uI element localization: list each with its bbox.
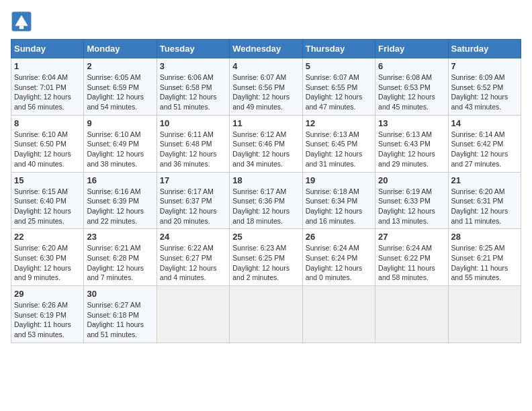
calendar-cell: 3Sunrise: 6:06 AM Sunset: 6:58 PM Daylig… [157, 58, 229, 116]
calendar-cell: 8Sunrise: 6:10 AM Sunset: 6:50 PM Daylig… [11, 115, 84, 172]
calendar-cell: 5Sunrise: 6:07 AM Sunset: 6:55 PM Daylig… [302, 58, 375, 116]
calendar-cell: 10Sunrise: 6:11 AM Sunset: 6:48 PM Dayli… [157, 115, 229, 172]
day-number: 25 [232, 232, 299, 242]
day-info: Sunrise: 6:04 AM Sunset: 7:01 PM Dayligh… [14, 73, 81, 112]
day-info: Sunrise: 6:08 AM Sunset: 6:53 PM Dayligh… [378, 73, 445, 112]
calendar-cell: 15Sunrise: 6:15 AM Sunset: 6:40 PM Dayli… [11, 172, 84, 229]
day-number: 24 [160, 232, 226, 242]
logo [11, 11, 35, 32]
calendar-cell: 25Sunrise: 6:23 AM Sunset: 6:25 PM Dayli… [230, 229, 302, 286]
calendar-cell: 7Sunrise: 6:09 AM Sunset: 6:52 PM Daylig… [448, 58, 521, 116]
calendar-cell: 23Sunrise: 6:21 AM Sunset: 6:28 PM Dayli… [84, 229, 157, 286]
weekday-header: Monday [84, 40, 157, 58]
calendar-cell: 9Sunrise: 6:10 AM Sunset: 6:49 PM Daylig… [84, 115, 157, 172]
day-info: Sunrise: 6:07 AM Sunset: 6:55 PM Dayligh… [306, 73, 372, 112]
calendar-cell: 28Sunrise: 6:25 AM Sunset: 6:21 PM Dayli… [448, 229, 521, 286]
day-number: 19 [306, 175, 372, 185]
weekday-header: Sunday [11, 40, 84, 58]
calendar-cell: 1Sunrise: 6:04 AM Sunset: 7:01 PM Daylig… [11, 58, 84, 116]
day-number: 27 [378, 232, 445, 242]
day-info: Sunrise: 6:19 AM Sunset: 6:33 PM Dayligh… [378, 187, 445, 226]
calendar-cell: 2Sunrise: 6:05 AM Sunset: 6:59 PM Daylig… [84, 58, 157, 116]
day-number: 11 [232, 118, 299, 128]
calendar-cell: 20Sunrise: 6:19 AM Sunset: 6:33 PM Dayli… [375, 172, 448, 229]
day-info: Sunrise: 6:13 AM Sunset: 6:43 PM Dayligh… [378, 130, 445, 169]
day-info: Sunrise: 6:22 AM Sunset: 6:27 PM Dayligh… [160, 243, 226, 283]
day-number: 30 [87, 289, 153, 299]
calendar-cell: 21Sunrise: 6:20 AM Sunset: 6:31 PM Dayli… [448, 172, 521, 229]
calendar-cell: 14Sunrise: 6:14 AM Sunset: 6:42 PM Dayli… [448, 115, 521, 172]
day-info: Sunrise: 6:27 AM Sunset: 6:18 PM Dayligh… [87, 300, 153, 340]
day-number: 7 [451, 61, 518, 71]
day-info: Sunrise: 6:11 AM Sunset: 6:48 PM Dayligh… [160, 130, 226, 169]
day-number: 4 [232, 61, 299, 71]
day-info: Sunrise: 6:25 AM Sunset: 6:21 PM Dayligh… [451, 243, 518, 283]
day-number: 21 [451, 175, 518, 185]
calendar-cell: 17Sunrise: 6:17 AM Sunset: 6:37 PM Dayli… [157, 172, 229, 229]
calendar-cell: 29Sunrise: 6:26 AM Sunset: 6:19 PM Dayli… [11, 286, 84, 343]
day-info: Sunrise: 6:05 AM Sunset: 6:59 PM Dayligh… [87, 73, 153, 112]
day-info: Sunrise: 6:10 AM Sunset: 6:50 PM Dayligh… [14, 130, 81, 169]
day-info: Sunrise: 6:26 AM Sunset: 6:19 PM Dayligh… [14, 300, 81, 340]
svg-rect-2 [19, 26, 24, 29]
calendar-cell [302, 286, 375, 343]
day-info: Sunrise: 6:24 AM Sunset: 6:24 PM Dayligh… [306, 243, 372, 283]
day-info: Sunrise: 6:06 AM Sunset: 6:58 PM Dayligh… [160, 73, 226, 112]
day-info: Sunrise: 6:12 AM Sunset: 6:46 PM Dayligh… [232, 130, 299, 169]
day-info: Sunrise: 6:20 AM Sunset: 6:30 PM Dayligh… [14, 243, 81, 283]
calendar-cell: 16Sunrise: 6:16 AM Sunset: 6:39 PM Dayli… [84, 172, 157, 229]
weekday-header: Thursday [302, 40, 375, 58]
calendar-cell [375, 286, 448, 343]
day-number: 16 [87, 175, 153, 185]
day-number: 22 [14, 232, 81, 242]
day-info: Sunrise: 6:09 AM Sunset: 6:52 PM Dayligh… [451, 73, 518, 112]
calendar-table: SundayMondayTuesdayWednesdayThursdayFrid… [11, 39, 521, 343]
page-header [11, 11, 521, 32]
calendar-cell: 12Sunrise: 6:13 AM Sunset: 6:45 PM Dayli… [302, 115, 375, 172]
logo-icon [11, 11, 32, 32]
calendar-cell [448, 286, 521, 343]
weekday-header: Tuesday [157, 40, 229, 58]
weekday-header: Friday [375, 40, 448, 58]
day-info: Sunrise: 6:13 AM Sunset: 6:45 PM Dayligh… [306, 130, 372, 169]
calendar-cell: 19Sunrise: 6:18 AM Sunset: 6:34 PM Dayli… [302, 172, 375, 229]
day-number: 12 [306, 118, 372, 128]
calendar-cell: 26Sunrise: 6:24 AM Sunset: 6:24 PM Dayli… [302, 229, 375, 286]
calendar-cell: 11Sunrise: 6:12 AM Sunset: 6:46 PM Dayli… [230, 115, 302, 172]
day-number: 26 [306, 232, 372, 242]
day-number: 10 [160, 118, 226, 128]
day-number: 29 [14, 289, 81, 299]
day-info: Sunrise: 6:07 AM Sunset: 6:56 PM Dayligh… [232, 73, 299, 112]
day-number: 9 [87, 118, 153, 128]
day-info: Sunrise: 6:10 AM Sunset: 6:49 PM Dayligh… [87, 130, 153, 169]
weekday-header: Saturday [448, 40, 521, 58]
calendar-cell: 4Sunrise: 6:07 AM Sunset: 6:56 PM Daylig… [230, 58, 302, 116]
weekday-header: Wednesday [230, 40, 302, 58]
day-number: 5 [306, 61, 372, 71]
day-number: 8 [14, 118, 81, 128]
day-info: Sunrise: 6:14 AM Sunset: 6:42 PM Dayligh… [451, 130, 518, 169]
day-info: Sunrise: 6:16 AM Sunset: 6:39 PM Dayligh… [87, 187, 153, 226]
day-number: 15 [14, 175, 81, 185]
day-number: 28 [451, 232, 518, 242]
calendar-cell: 22Sunrise: 6:20 AM Sunset: 6:30 PM Dayli… [11, 229, 84, 286]
calendar-cell [230, 286, 302, 343]
day-number: 1 [14, 61, 81, 71]
day-info: Sunrise: 6:17 AM Sunset: 6:37 PM Dayligh… [160, 187, 226, 226]
day-number: 20 [378, 175, 445, 185]
day-number: 3 [160, 61, 226, 71]
day-number: 6 [378, 61, 445, 71]
day-info: Sunrise: 6:20 AM Sunset: 6:31 PM Dayligh… [451, 187, 518, 226]
day-number: 2 [87, 61, 153, 71]
day-info: Sunrise: 6:17 AM Sunset: 6:36 PM Dayligh… [232, 187, 299, 226]
calendar-cell [157, 286, 229, 343]
day-number: 13 [378, 118, 445, 128]
day-info: Sunrise: 6:21 AM Sunset: 6:28 PM Dayligh… [87, 243, 153, 283]
calendar-cell: 24Sunrise: 6:22 AM Sunset: 6:27 PM Dayli… [157, 229, 229, 286]
calendar-cell: 30Sunrise: 6:27 AM Sunset: 6:18 PM Dayli… [84, 286, 157, 343]
calendar-cell: 13Sunrise: 6:13 AM Sunset: 6:43 PM Dayli… [375, 115, 448, 172]
calendar-cell: 18Sunrise: 6:17 AM Sunset: 6:36 PM Dayli… [230, 172, 302, 229]
calendar-cell: 27Sunrise: 6:24 AM Sunset: 6:22 PM Dayli… [375, 229, 448, 286]
day-info: Sunrise: 6:23 AM Sunset: 6:25 PM Dayligh… [232, 243, 299, 283]
calendar-cell: 6Sunrise: 6:08 AM Sunset: 6:53 PM Daylig… [375, 58, 448, 116]
